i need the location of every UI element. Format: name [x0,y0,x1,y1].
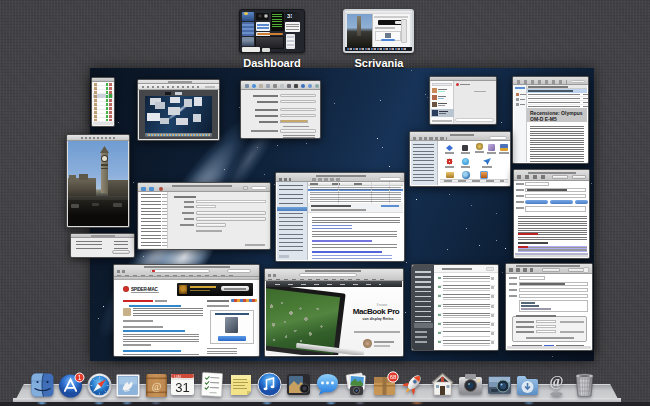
svg-text:1: 1 [78,374,82,381]
svg-text:31: 31 [175,380,189,395]
svg-text:@: @ [152,381,162,392]
svg-text:LUN: LUN [174,375,181,379]
svg-text:68: 68 [390,374,397,380]
svg-text:@: @ [550,373,564,389]
